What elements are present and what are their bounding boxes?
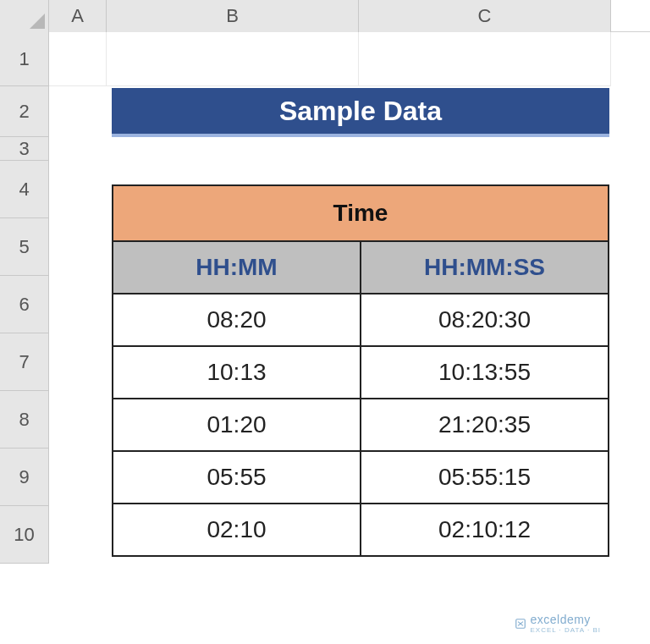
table-row: 08:20 08:20:30 [113, 294, 609, 346]
column-header-a[interactable]: A [49, 0, 107, 32]
row-header-6[interactable]: 6 [0, 276, 49, 333]
row-header-3[interactable]: 3 [0, 137, 49, 161]
time-header-cell[interactable]: Time [113, 185, 609, 241]
cell-b9[interactable]: 05:55 [113, 451, 361, 504]
column-header-row: A B C [0, 0, 650, 32]
row-header-1[interactable]: 1 [0, 32, 49, 86]
row-header-4[interactable]: 4 [0, 161, 49, 218]
cell-c9[interactable]: 05:55:15 [361, 451, 609, 504]
table-row: 10:13 10:13:55 [113, 346, 609, 399]
cell-b8[interactable]: 01:20 [113, 399, 361, 451]
spreadsheet-viewport: A B C 1 2 3 4 5 6 7 8 9 10 Sample Data T… [0, 0, 650, 644]
cell-c1[interactable] [359, 32, 611, 86]
cells-area[interactable] [49, 32, 650, 86]
column-header-c[interactable]: C [359, 0, 611, 32]
svg-marker-0 [30, 14, 45, 29]
cell-c10[interactable]: 02:10:12 [361, 504, 609, 556]
cell-b10[interactable]: 02:10 [113, 504, 361, 556]
time-header-label: Time [333, 200, 388, 226]
cell-c8[interactable]: 21:20:35 [361, 399, 609, 451]
row-header-9[interactable]: 9 [0, 449, 49, 506]
cell-c7[interactable]: 10:13:55 [361, 346, 609, 399]
cell-c6[interactable]: 08:20:30 [361, 294, 609, 346]
table-row: 02:10 02:10:12 [113, 504, 609, 556]
row-header-2[interactable]: 2 [0, 86, 49, 137]
watermark-tagline: EXCEL · DATA · BI [530, 626, 601, 634]
cell-b7[interactable]: 10:13 [113, 346, 361, 399]
row-header-7[interactable]: 7 [0, 333, 49, 391]
column-header-b[interactable]: B [107, 0, 359, 32]
hhmm-header-cell[interactable]: HH:MM [113, 241, 361, 294]
time-table: Time HH:MM HH:MM:SS 08:20 08:20:30 10:13… [112, 184, 609, 557]
cell-b6[interactable]: 08:20 [113, 294, 361, 346]
table-row: 05:55 05:55:15 [113, 451, 609, 504]
row-header-10[interactable]: 10 [0, 506, 49, 564]
hhmmss-header-label: HH:MM:SS [424, 254, 545, 280]
row-header-5[interactable]: 5 [0, 218, 49, 276]
select-all-corner[interactable] [0, 0, 49, 32]
watermark: exceldemy EXCEL · DATA · BI [515, 613, 601, 634]
cell-b1[interactable] [107, 32, 359, 86]
hhmm-header-label: HH:MM [196, 254, 277, 280]
table-row: 01:20 21:20:35 [113, 399, 609, 451]
watermark-brand: exceldemy [530, 613, 590, 626]
title-banner[interactable]: Sample Data [112, 88, 609, 137]
logo-icon [515, 618, 526, 630]
cell-a1[interactable] [49, 32, 107, 86]
row-header-8[interactable]: 8 [0, 391, 49, 449]
hhmmss-header-cell[interactable]: HH:MM:SS [361, 241, 609, 294]
row-header-column: 1 2 3 4 5 6 7 8 9 10 [0, 32, 49, 564]
select-all-triangle-icon [30, 14, 45, 29]
title-text: Sample Data [279, 96, 442, 127]
